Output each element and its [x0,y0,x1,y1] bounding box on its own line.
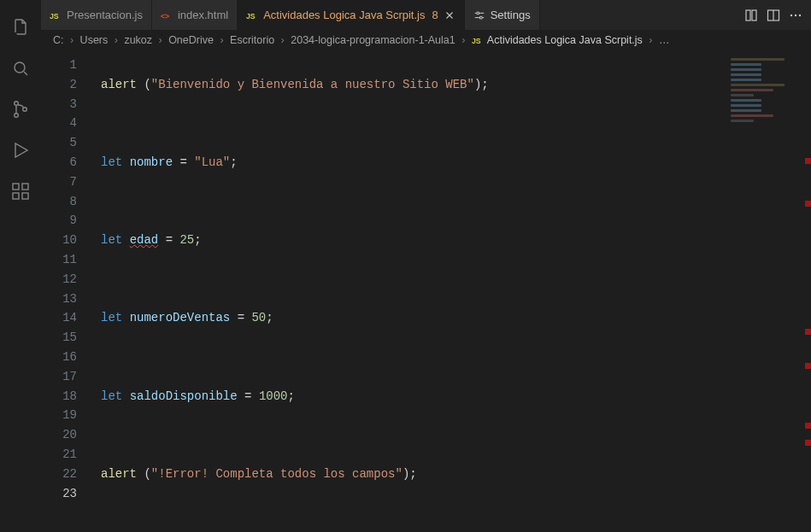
svg-point-0 [15,62,25,73]
svg-point-20 [790,14,792,15]
svg-point-3 [23,108,27,112]
crumb[interactable]: Users [80,34,109,46]
line-number: 23 [41,484,77,504]
main-area: JS Presentacion.js <> index.html JS Acti… [41,0,811,532]
js-icon: JS [50,9,62,21]
svg-point-14 [477,11,479,14]
crumb-trailing: … [659,34,670,46]
line-number: 10 [41,231,77,250]
svg-point-1 [15,102,19,106]
svg-point-22 [799,14,801,15]
compare-icon[interactable] [744,9,758,22]
svg-point-21 [795,14,796,15]
svg-rect-4 [13,184,19,190]
explorer-icon[interactable] [0,7,41,48]
editor[interactable]: 1234567891011121314151617181920212223 al… [41,50,811,532]
code-area[interactable]: alert ("Bienvenido y Bienvenida a nuestr… [91,50,811,532]
more-icon[interactable] [789,9,802,22]
line-number: 22 [41,465,77,484]
line-number: 2 [41,75,77,95]
minimap[interactable] [726,56,802,132]
problem-badge: 8 [432,9,438,21]
line-number: 5 [41,133,77,153]
tab-label: Presentacion.js [67,9,143,21]
html-icon: <> [161,9,173,21]
svg-point-2 [15,114,19,118]
crumb-file[interactable]: Actividades Logica Java Scrpit.js [487,34,643,46]
run-debug-icon[interactable] [0,130,41,171]
line-number: 17 [41,367,77,387]
tab-presentacion[interactable]: JS Presentacion.js [41,0,152,30]
tab-settings[interactable]: Settings [465,0,540,30]
line-number-gutter: 1234567891011121314151617181920212223 [41,50,91,532]
line-number: 7 [41,172,77,192]
tab-label: Settings [491,9,531,21]
activity-bar [0,0,41,532]
tab-bar: JS Presentacion.js <> index.html JS Acti… [41,0,811,30]
error-marker[interactable] [805,423,811,429]
line-number: 15 [41,328,77,348]
line-number: 8 [41,192,77,212]
tab-actions [736,0,811,30]
breadcrumbs[interactable]: C: › Users › zukoz › OneDrive › Escritor… [41,30,811,50]
tab-label: index.html [178,9,228,21]
settings-icon [473,9,485,21]
error-marker[interactable] [805,329,811,335]
line-number: 14 [41,308,77,328]
svg-rect-5 [13,193,19,199]
crumb[interactable]: Escritorio [230,34,274,46]
svg-text:JS: JS [246,11,256,20]
overview-ruler[interactable] [805,56,811,500]
error-marker[interactable] [805,201,811,207]
line-number: 11 [41,250,77,270]
close-icon[interactable] [444,9,455,21]
tab-actividades[interactable]: JS Actividades Logica Java Scrpit.js 8 [238,0,465,30]
js-icon: JS [472,34,484,46]
svg-rect-6 [22,193,28,199]
svg-rect-17 [752,10,756,20]
extensions-icon[interactable] [0,171,41,212]
tab-index[interactable]: <> index.html [152,0,238,30]
error-marker[interactable] [805,158,811,164]
line-number: 1 [41,56,77,75]
svg-text:JS: JS [472,37,481,45]
svg-point-15 [479,16,482,19]
crumb[interactable]: OneDrive [168,34,214,46]
line-number: 3 [41,95,77,114]
error-marker[interactable] [805,440,811,446]
tab-label: Actividades Logica Java Scrpit.js [263,9,425,21]
svg-text:JS: JS [50,11,59,20]
line-number: 12 [41,270,77,289]
crumb[interactable]: zukoz [124,34,152,46]
svg-rect-16 [746,10,750,20]
line-number: 13 [41,289,77,309]
source-control-icon[interactable] [0,89,41,130]
search-icon[interactable] [0,48,41,89]
js-icon: JS [246,9,258,21]
line-number: 19 [41,406,77,425]
line-number: 21 [41,445,77,465]
error-marker[interactable] [805,363,811,369]
crumb[interactable]: C: [53,34,64,46]
line-number: 18 [41,387,77,406]
line-number: 9 [41,211,77,231]
split-editor-icon[interactable] [767,9,780,22]
svg-rect-7 [22,184,28,190]
line-number: 20 [41,425,77,445]
line-number: 4 [41,114,77,133]
crumb[interactable]: 2034-logica-programacion-1-Aula1 [291,34,455,46]
line-number: 6 [41,153,77,172]
svg-text:<>: <> [161,11,169,20]
line-number: 16 [41,348,77,367]
